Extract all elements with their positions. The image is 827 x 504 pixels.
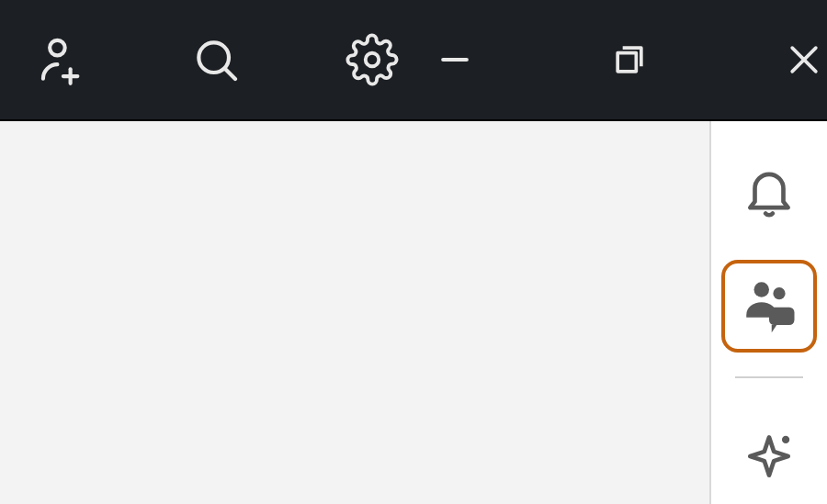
- svg-rect-12: [769, 307, 795, 324]
- search-icon: [190, 34, 242, 85]
- title-bar-left-group: [18, 18, 414, 101]
- search-button[interactable]: [175, 18, 257, 101]
- main-area: [0, 121, 827, 504]
- svg-point-5: [366, 53, 380, 67]
- close-button[interactable]: [763, 18, 827, 101]
- svg-line-4: [226, 70, 236, 80]
- svg-point-10: [754, 282, 770, 297]
- add-contact-icon: [31, 31, 88, 88]
- sparkle-icon: [741, 428, 798, 488]
- close-icon: [784, 39, 824, 80]
- minimize-button[interactable]: [414, 18, 496, 101]
- content-pane: [0, 121, 709, 504]
- bell-icon: [741, 162, 798, 223]
- copilot-button[interactable]: [721, 411, 817, 504]
- maximize-button[interactable]: [588, 18, 671, 101]
- minimize-icon: [435, 39, 475, 80]
- right-sidebar: [709, 121, 827, 504]
- title-bar: [0, 0, 827, 121]
- gear-icon: [346, 33, 399, 86]
- people-chat-icon: [739, 274, 799, 339]
- svg-point-13: [782, 435, 789, 442]
- sidebar-divider: [735, 376, 803, 378]
- window-controls: [414, 18, 827, 101]
- chat-button[interactable]: [721, 260, 817, 353]
- svg-point-0: [50, 40, 65, 56]
- svg-rect-7: [617, 53, 636, 72]
- notifications-button[interactable]: [721, 147, 817, 240]
- svg-point-11: [773, 287, 785, 299]
- add-contact-button[interactable]: [18, 18, 101, 101]
- maximize-icon: [609, 39, 650, 80]
- settings-button[interactable]: [331, 18, 414, 101]
